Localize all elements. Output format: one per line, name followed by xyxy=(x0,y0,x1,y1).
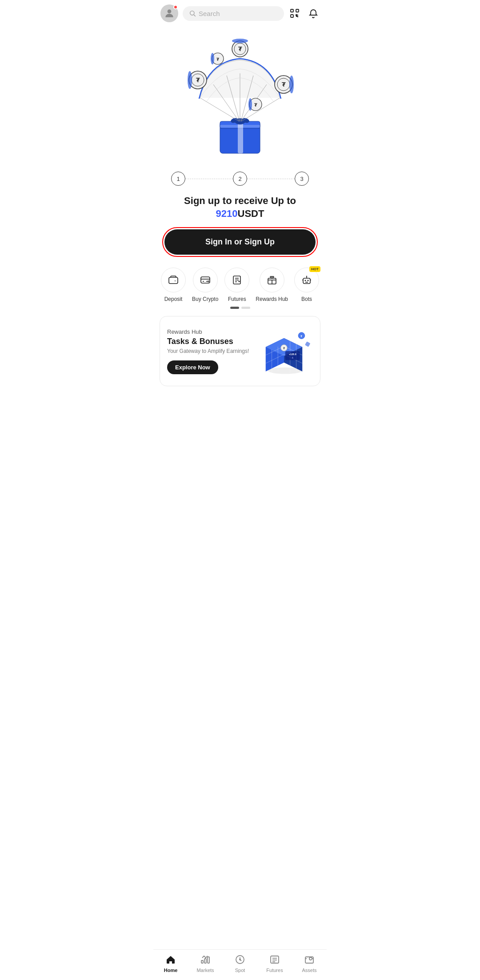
svg-point-52 xyxy=(306,276,307,277)
signin-btn-section: Sign In or Sign Up xyxy=(153,227,327,257)
rewards-card-content: Rewards Hub Tasks & Bonuses Your Gateway… xyxy=(167,328,255,374)
svg-rect-48 xyxy=(303,278,310,284)
cube-illustration: +128.8 B ₮ ₮ xyxy=(257,327,311,376)
svg-point-23 xyxy=(232,39,248,43)
rewards-hub-card[interactable]: Rewards Hub Tasks & Bonuses Your Gateway… xyxy=(160,316,320,386)
hot-badge: HOT xyxy=(309,266,320,272)
svg-point-0 xyxy=(168,9,172,13)
search-bar[interactable]: Search xyxy=(183,6,284,21)
futures-icon xyxy=(232,275,242,285)
svg-line-13 xyxy=(200,98,239,121)
action-rewards-label: Rewards Hub xyxy=(256,296,288,302)
svg-text:₮: ₮ xyxy=(300,335,302,338)
svg-text:₮: ₮ xyxy=(196,77,200,84)
action-bots-label: Bots xyxy=(301,296,312,302)
dot-2[interactable] xyxy=(241,307,250,309)
step-1: 1 xyxy=(171,172,185,186)
parachute-illustration: ₮ ₮ ₮ ₮ ₮ xyxy=(173,36,307,160)
svg-line-2 xyxy=(194,15,196,16)
notification-button[interactable] xyxy=(307,7,320,20)
step-line-2 xyxy=(247,179,295,179)
notification-dot xyxy=(173,5,178,9)
svg-point-1 xyxy=(190,11,194,15)
action-rewards-hub[interactable]: Rewards Hub xyxy=(256,268,288,302)
rewards-card-label: Rewards Hub xyxy=(167,328,255,335)
svg-text:+128.8: +128.8 xyxy=(289,353,296,356)
action-bots[interactable]: HOT Bots xyxy=(294,268,319,302)
step-line-1 xyxy=(185,179,233,179)
header-icons xyxy=(288,7,320,20)
card-icon xyxy=(200,275,211,285)
rewards-card-subtitle: Your Gateway to Amplify Earnings! xyxy=(167,348,255,354)
carousel-dots xyxy=(153,307,327,309)
hero-section: ₮ ₮ ₮ ₮ ₮ xyxy=(153,27,327,164)
svg-rect-3 xyxy=(291,9,293,12)
main-content: ₮ ₮ ₮ ₮ ₮ 1 2 3 Sign xyxy=(153,27,327,422)
rewards-card-title: Tasks & Bonuses xyxy=(167,337,255,346)
explore-now-button[interactable]: Explore Now xyxy=(167,360,218,374)
svg-text:₮: ₮ xyxy=(238,46,242,52)
quick-actions: Deposit Buy Crypto xyxy=(153,268,327,302)
action-deposit[interactable]: Deposit xyxy=(161,268,186,302)
signup-text-suffix: USDT xyxy=(238,208,264,219)
svg-text:₮: ₮ xyxy=(254,103,257,108)
step-3: 3 xyxy=(295,172,309,186)
signin-button[interactable]: Sign In or Sign Up xyxy=(164,229,316,255)
header: Search xyxy=(153,0,327,27)
step-2: 2 xyxy=(233,172,247,186)
action-futures-label: Futures xyxy=(228,296,246,302)
bot-icon xyxy=(301,275,312,285)
rewards-icon xyxy=(267,275,277,285)
svg-point-49 xyxy=(304,280,306,281)
signup-text-prefix: Sign up to receive Up to xyxy=(184,195,296,206)
svg-point-31 xyxy=(289,76,294,93)
svg-rect-74 xyxy=(305,341,311,347)
rewards-hub-icon-wrap xyxy=(260,268,284,292)
bots-icon-wrap: HOT xyxy=(294,268,319,292)
svg-text:B: B xyxy=(292,357,293,359)
search-placeholder-text: Search xyxy=(199,10,220,17)
svg-rect-9 xyxy=(220,125,260,128)
signin-btn-border: Sign In or Sign Up xyxy=(162,227,318,257)
wallet-icon xyxy=(168,275,179,285)
scan-button[interactable] xyxy=(288,7,301,20)
svg-point-27 xyxy=(188,71,192,89)
svg-text:₮: ₮ xyxy=(282,81,286,88)
svg-rect-4 xyxy=(296,9,299,12)
action-deposit-label: Deposit xyxy=(164,296,183,302)
svg-rect-38 xyxy=(169,277,178,284)
action-buy-crypto[interactable]: Buy Crypto xyxy=(192,268,218,302)
svg-point-34 xyxy=(211,53,214,64)
futures-icon-wrap xyxy=(224,268,249,292)
deposit-icon-wrap xyxy=(161,268,186,292)
avatar-wrap[interactable] xyxy=(160,4,178,22)
signup-amount: 9210 xyxy=(216,208,238,219)
svg-rect-5 xyxy=(291,15,293,17)
search-icon xyxy=(189,10,196,17)
stepper: 1 2 3 xyxy=(153,172,327,186)
buy-crypto-icon-wrap xyxy=(193,268,218,292)
signup-heading: Sign up to receive Up to 9210USDT xyxy=(162,195,318,220)
action-futures[interactable]: Futures xyxy=(224,268,249,302)
svg-text:₮: ₮ xyxy=(216,57,220,62)
dot-1[interactable] xyxy=(230,307,239,309)
svg-point-50 xyxy=(307,280,308,281)
action-buy-crypto-label: Buy Crypto xyxy=(192,296,218,302)
rewards-card-illustration: +128.8 B ₮ ₮ xyxy=(255,324,313,378)
svg-point-37 xyxy=(248,98,252,111)
